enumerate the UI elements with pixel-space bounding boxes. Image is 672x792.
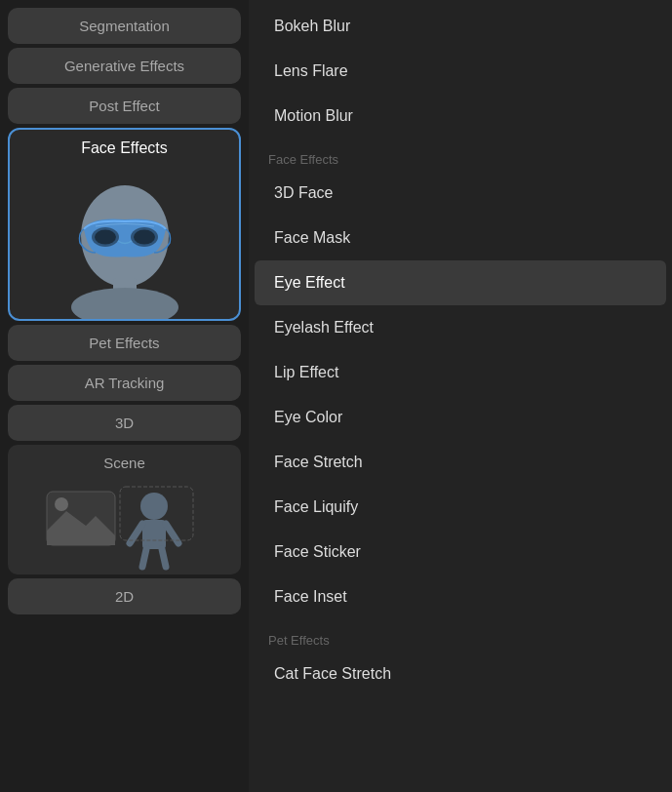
sidebar-item-scene[interactable]: Scene <box>8 445 241 574</box>
svg-point-6 <box>134 230 155 245</box>
list-item-eyelash-effect[interactable]: Eyelash Effect <box>255 305 666 350</box>
list-item-lens-flare[interactable]: Lens Flare <box>255 49 666 94</box>
sidebar-item-label: 2D <box>115 588 134 605</box>
svg-line-14 <box>142 549 146 567</box>
sidebar-item-post-effect[interactable]: Post Effect <box>8 88 241 124</box>
list-item-bokeh-blur[interactable]: Bokeh Blur <box>255 4 666 49</box>
list-item-face-sticker[interactable]: Face Sticker <box>255 530 666 574</box>
list-item-eye-effect[interactable]: Eye Effect <box>255 260 666 305</box>
list-item-eye-color[interactable]: Eye Color <box>255 395 666 440</box>
list-item-face-mask[interactable]: Face Mask <box>255 216 666 260</box>
svg-point-10 <box>140 493 168 520</box>
sidebar-item-segmentation[interactable]: Segmentation <box>8 8 241 44</box>
face-effects-illustration <box>37 163 213 319</box>
sidebar-item-ar-tracking[interactable]: AR Tracking <box>8 365 241 401</box>
list-item-face-inset[interactable]: Face Inset <box>255 574 666 619</box>
sidebar-item-face-effects[interactable]: Face Effects <box>8 128 241 321</box>
pet-effects-section-header: Pet Effects <box>249 619 672 652</box>
sidebar-item-label: AR Tracking <box>85 375 165 391</box>
svg-point-4 <box>95 230 116 245</box>
svg-point-9 <box>55 497 68 511</box>
svg-rect-11 <box>142 520 166 549</box>
sidebar-item-2d[interactable]: 2D <box>8 578 241 614</box>
sidebar-item-label: 3D <box>115 415 134 431</box>
list-item-face-stretch[interactable]: Face Stretch <box>255 440 666 485</box>
face-effects-section-header: Face Effects <box>249 139 672 171</box>
list-item-3d-face[interactable]: 3D Face <box>255 171 666 216</box>
face-effects-label: Face Effects <box>18 139 231 157</box>
sidebar-item-label: Pet Effects <box>89 335 159 351</box>
list-item-cat-face-stretch[interactable]: Cat Face Stretch <box>255 652 666 696</box>
sidebar-item-3d[interactable]: 3D <box>8 405 241 441</box>
sidebar-item-generative-effects[interactable]: Generative Effects <box>8 48 241 84</box>
svg-line-15 <box>162 549 166 567</box>
sidebar-item-label: Segmentation <box>79 18 170 34</box>
scene-label: Scene <box>16 455 233 471</box>
sidebar-item-label: Post Effect <box>89 98 159 114</box>
svg-point-2 <box>71 288 178 319</box>
sidebar-item-pet-effects[interactable]: Pet Effects <box>8 325 241 361</box>
list-item-motion-blur[interactable]: Motion Blur <box>255 94 666 139</box>
list-item-face-liquify[interactable]: Face Liquify <box>255 485 666 530</box>
sidebar-item-label: Generative Effects <box>64 58 184 74</box>
scene-illustration <box>37 477 213 574</box>
right-panel: Bokeh Blur Lens Flare Motion Blur Face E… <box>249 0 672 792</box>
list-item-lip-effect[interactable]: Lip Effect <box>255 350 666 395</box>
sidebar: Segmentation Generative Effects Post Eff… <box>0 0 249 792</box>
